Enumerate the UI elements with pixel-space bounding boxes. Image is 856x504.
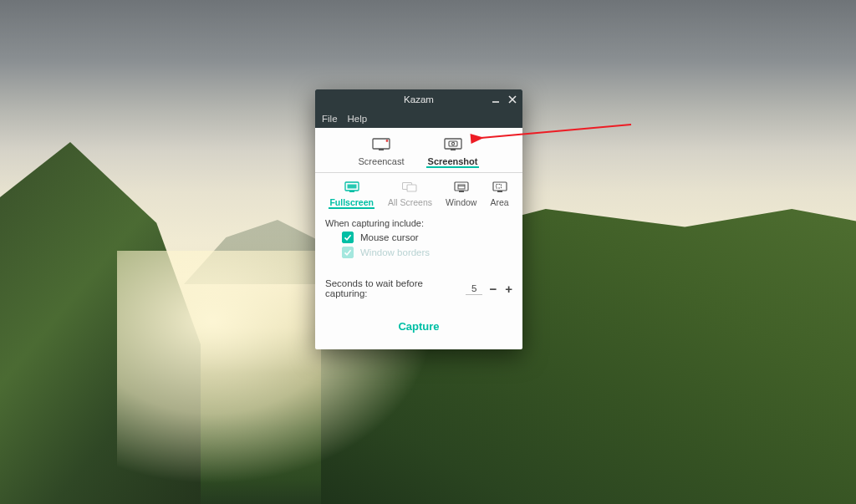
svg-point-9 [451, 142, 454, 145]
svg-rect-12 [347, 185, 356, 189]
svg-rect-11 [349, 191, 354, 192]
delay-value[interactable]: 5 [466, 283, 483, 295]
tab-screenshot-label: Screenshot [426, 156, 480, 166]
fullscreen-icon [329, 181, 374, 196]
svg-rect-19 [493, 182, 507, 191]
include-section-label: When capturing include: [315, 213, 522, 232]
menubar: File Help [315, 109, 522, 128]
menu-file[interactable]: File [322, 114, 338, 124]
svg-rect-16 [459, 191, 464, 192]
screenshot-icon [426, 138, 480, 154]
all-screens-icon [388, 181, 432, 196]
check-icon [344, 233, 352, 242]
close-icon [508, 95, 517, 104]
svg-rect-14 [407, 185, 416, 191]
desktop-wallpaper: Kazam File Help Screencast [0, 0, 856, 504]
svg-rect-4 [379, 149, 384, 150]
minimize-button[interactable] [489, 93, 502, 106]
title-controls [489, 89, 519, 109]
mode-window[interactable]: Window [446, 181, 476, 208]
capture-button[interactable]: Capture [398, 320, 439, 333]
wallpaper-ridge-left [0, 142, 201, 504]
option-mouse-cursor[interactable]: Mouse cursor [342, 232, 512, 243]
tab-screenshot[interactable]: Screenshot [426, 138, 480, 167]
tab-screencast-label: Screencast [359, 156, 405, 166]
svg-rect-21 [496, 185, 501, 189]
mode-tabs: Screencast Screenshot [315, 128, 522, 173]
svg-rect-20 [497, 191, 502, 192]
delay-label: Seconds to wait before capturing: [325, 278, 459, 298]
check-icon [344, 248, 352, 257]
option-window-borders: Window borders [342, 247, 512, 258]
delay-increment[interactable]: + [505, 282, 512, 296]
option-mouse-cursor-label: Mouse cursor [360, 232, 419, 242]
window-icon [446, 181, 476, 196]
checkbox-window-borders [342, 247, 354, 258]
svg-rect-6 [445, 139, 461, 149]
mode-all-screens-label: All Screens [388, 197, 432, 207]
menu-help[interactable]: Help [348, 114, 368, 124]
svg-rect-17 [458, 185, 465, 189]
screencast-icon [359, 138, 405, 154]
capture-row: Capture [315, 305, 522, 349]
capture-modes: Fullscreen All Screens Window Area [315, 173, 522, 213]
option-window-borders-label: Window borders [360, 247, 430, 257]
mode-all-screens: All Screens [388, 181, 432, 208]
minimize-icon [492, 95, 500, 104]
close-button[interactable] [506, 93, 519, 106]
svg-rect-7 [451, 149, 456, 150]
kazam-window: Kazam File Help Screencast [315, 89, 522, 349]
delay-row: Seconds to wait before capturing: 5 − + [315, 267, 522, 305]
mode-window-label: Window [446, 197, 476, 207]
titlebar[interactable]: Kazam [315, 89, 522, 109]
checkbox-mouse-cursor[interactable] [342, 232, 354, 243]
mode-area-label: Area [490, 197, 508, 207]
mode-fullscreen[interactable]: Fullscreen [329, 181, 374, 208]
delay-decrement[interactable]: − [489, 282, 497, 296]
include-options: Mouse cursor Window borders [315, 232, 522, 267]
delay-stepper: − + [489, 282, 512, 296]
mode-fullscreen-label: Fullscreen [329, 197, 374, 207]
tab-screencast[interactable]: Screencast [359, 138, 405, 167]
area-icon [490, 181, 508, 196]
mode-area[interactable]: Area [490, 181, 508, 208]
window-title: Kazam [404, 94, 434, 104]
svg-point-5 [386, 140, 389, 142]
